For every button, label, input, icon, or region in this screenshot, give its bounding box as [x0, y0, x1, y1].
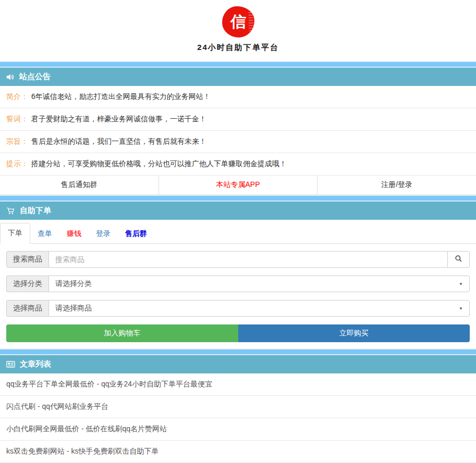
tab-login[interactable]: 登录 [89, 224, 118, 244]
search-label: 搜索商品 [6, 251, 48, 268]
articles-header: 文章列表 [0, 355, 476, 373]
chevron-down-icon: ▼ [459, 282, 463, 286]
aftersale-group-link[interactable]: 售后通知群 [0, 176, 158, 194]
order-form: 搜索商品 选择分类 请选择分类 ▼ 选择商品 请选择商品 ▼ 加入购物车 立即购… [0, 251, 476, 348]
announcement-text: 搭建分站，可享受购物更低价格哦，分站也可以推广他人下单赚取佣金提成哦！ [31, 159, 287, 168]
speaker-icon [6, 73, 15, 81]
masthead: 信 24小时自助下单平台 [0, 0, 476, 61]
announcement-header: 站点公告 [0, 68, 476, 86]
announcement-item: 简介：6年诚信老站，励志打造出全网最具有实力的业务网站！ [0, 86, 476, 108]
chevron-down-icon: ▼ [459, 306, 463, 311]
announcement-label: 简介： [6, 92, 28, 101]
announcement-label: 提示： [6, 159, 28, 168]
divider-strip [0, 195, 476, 202]
quick-links-row: 售后通知群 本站专属APP 注册/登录 [0, 176, 476, 195]
register-login-link[interactable]: 注册/登录 [317, 176, 476, 194]
article-link[interactable]: ks双击免费刷网站 - ks快手免费刷双击自助下单 [0, 441, 476, 463]
product-select[interactable]: 请选择商品 ▼ [48, 300, 470, 317]
category-group: 选择分类 请选择分类 ▼ [6, 276, 470, 292]
buy-now-button[interactable]: 立即购买 [238, 324, 470, 342]
announcement-label: 誓词： [6, 115, 28, 123]
product-group: 选择商品 请选择商品 ▼ [6, 300, 470, 317]
article-link[interactable]: qq业务平台下单全网最低价 - qq业务24小时自助下单平台最便宜 [0, 373, 476, 396]
product-selected-value: 请选择商品 [55, 304, 92, 313]
announcement-header-title: 站点公告 [19, 72, 51, 82]
tab-check-order[interactable]: 查单 [30, 224, 59, 244]
announcement-text: 6年诚信老站，励志打造出全网最具有实力的业务网站！ [31, 92, 211, 101]
article-link[interactable]: 闪点代刷 - qq代网站刷业务平台 [0, 396, 476, 418]
add-to-cart-button[interactable]: 加入购物车 [6, 324, 238, 342]
announcement-text: 售后是永恒的话题，我们一直坚信，有售后就有未来！ [31, 137, 206, 145]
articles-header-title: 文章列表 [20, 359, 51, 369]
product-label: 选择商品 [6, 300, 48, 317]
article-link[interactable]: 小白代刷网全网最低价 - 低价在线刷qq名片赞网站 [0, 418, 476, 441]
search-icon [455, 255, 462, 264]
divider-strip [0, 348, 476, 355]
search-group: 搜索商品 [6, 251, 470, 268]
site-app-link[interactable]: 本站专属APP [158, 176, 318, 194]
site-title: 24小时自助下单平台 [0, 43, 476, 53]
category-selected-value: 请选择分类 [55, 279, 92, 289]
cart-icon [6, 207, 15, 215]
site-logo-seal-icon: 信 [221, 6, 254, 38]
divider-strip [0, 61, 476, 68]
order-header: 自助下单 [0, 202, 476, 220]
announcement-item: 誓词：君子爱财助之有道，梓豪业务网诚信做事，一诺千金！ [0, 108, 476, 131]
seal-character: 信 [230, 11, 246, 33]
newspaper-icon [6, 360, 15, 368]
announcement-item: 提示：搭建分站，可享受购物更低价格哦，分站也可以推广他人下单赚取佣金提成哦！ [0, 153, 476, 176]
announcement-text: 君子爱财助之有道，梓豪业务网诚信做事，一诺千金！ [31, 115, 206, 123]
order-header-title: 自助下单 [20, 206, 51, 216]
category-select[interactable]: 请选择分类 ▼ [48, 276, 470, 292]
search-input[interactable] [48, 251, 448, 268]
tab-aftersale-group[interactable]: 售后群 [118, 224, 154, 244]
announcement-item: 宗旨：售后是永恒的话题，我们一直坚信，有售后就有未来！ [0, 131, 476, 153]
action-buttons: 加入购物车 立即购买 [6, 324, 470, 342]
tab-earn-money[interactable]: 赚钱 [59, 224, 89, 244]
category-label: 选择分类 [6, 276, 48, 292]
search-button[interactable] [448, 251, 470, 268]
order-tabs: 下单 查单 赚钱 登录 售后群 [0, 220, 476, 244]
tab-place-order[interactable]: 下单 [0, 223, 30, 244]
announcement-label: 宗旨： [6, 137, 28, 145]
